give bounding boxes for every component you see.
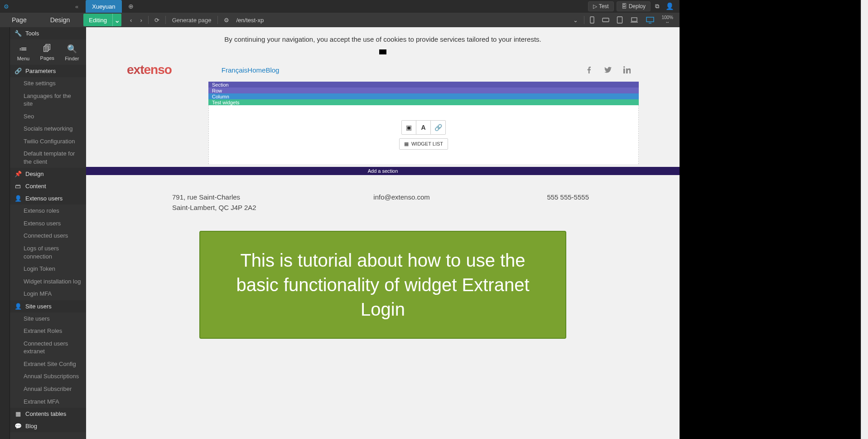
nav-forward-icon[interactable]: › <box>136 14 146 26</box>
sidebar-item[interactable]: Site users <box>10 312 86 325</box>
external-link-icon[interactable]: ⧉ <box>653 1 661 12</box>
refresh-icon[interactable]: ⟳ <box>150 14 164 26</box>
sidebar-item[interactable]: Logs of users connection <box>10 242 86 263</box>
structure-section[interactable]: Section <box>208 82 639 88</box>
zoom-level[interactable]: 100%↔ <box>659 15 676 24</box>
sidebar-item[interactable]: Extranet MFA <box>10 395 86 408</box>
device-laptop-icon[interactable] <box>627 15 641 25</box>
svg-rect-1 <box>603 18 609 22</box>
cookie-notice: By continuing your navigation, you accep… <box>86 27 680 47</box>
path-dropdown-icon[interactable]: ⌄ <box>569 14 582 26</box>
sidebar-section-design[interactable]: 📌Design <box>10 168 86 180</box>
facebook-icon[interactable] <box>585 66 593 73</box>
deploy-button[interactable]: 🗄 Deploy <box>617 1 651 11</box>
page-settings-icon[interactable]: ⚙ <box>220 14 233 26</box>
toolbar-tab-page[interactable]: Page <box>0 13 39 27</box>
tab-active[interactable]: Xueyuan <box>86 0 121 13</box>
toolbar-tab-design[interactable]: Design <box>39 13 82 27</box>
device-phone-icon[interactable] <box>586 15 598 25</box>
sidebar-item[interactable]: Login MFA <box>10 288 86 300</box>
sidebar-item[interactable]: Languages for the site <box>10 90 86 110</box>
sidebar-item[interactable]: Extenso roles <box>10 205 86 217</box>
sidebar-item[interactable]: Seo <box>10 110 86 123</box>
twitter-icon[interactable] <box>604 66 612 73</box>
device-tablet-icon[interactable] <box>613 15 626 25</box>
editing-mode-button[interactable]: Editing <box>83 14 112 26</box>
sidebar-item[interactable]: Widget installation log <box>10 275 86 288</box>
linkedin-icon[interactable] <box>623 66 631 73</box>
left-rail <box>0 27 10 439</box>
footer-phone: 555 555-5555 <box>547 192 589 213</box>
device-phone-landscape-icon[interactable] <box>599 15 612 24</box>
widget-list-button[interactable]: ▦ WIDGET LIST <box>399 138 448 150</box>
sidebar-section-tools[interactable]: 🔧Tools <box>10 27 86 39</box>
nav-link[interactable]: Home <box>247 66 265 74</box>
sidebar-item[interactable]: Twilio Configuration <box>10 135 86 148</box>
sidebar-section-site users[interactable]: 👤Site users <box>10 300 86 312</box>
sidebar-section-extenso users[interactable]: 👤Extenso users <box>10 192 86 205</box>
sidebar-item[interactable]: Extenso users <box>10 217 86 230</box>
nav-link[interactable]: Blog <box>265 66 279 74</box>
site-nav: FrançaisHomeBlog <box>222 66 280 74</box>
structure-widget[interactable]: Test widgets <box>208 99 639 105</box>
sidebar-item[interactable]: Default template for the client <box>10 147 86 168</box>
editing-mode-dropdown[interactable]: ⌄ <box>112 14 121 26</box>
tool-menu[interactable]: ≔Menu <box>17 44 30 61</box>
tool-pages[interactable]: 🗐Pages <box>40 44 54 61</box>
sidebar-section-parameters[interactable]: 🔗Parameters <box>10 65 86 77</box>
footer-address: 791, rue Saint-Charles Saint-Lambert, QC… <box>172 192 256 213</box>
svg-point-8 <box>623 66 625 68</box>
sidebar-item[interactable]: Socials networking <box>10 122 86 135</box>
sidebar-item[interactable]: Connected users <box>10 229 86 242</box>
url-path: /en/test-xp <box>236 17 264 24</box>
structure-row[interactable]: Row <box>208 88 639 93</box>
sidebar-section-content[interactable]: 🗃Content <box>10 180 86 192</box>
footer-email: info@extenso.com <box>373 192 429 213</box>
site-logo: extenso <box>127 63 172 77</box>
sidebar-section-contents tables[interactable]: ▦Contents tables <box>10 408 86 420</box>
sidebar-item[interactable]: Extranet Site Config <box>10 358 86 371</box>
insert-link-icon[interactable]: 🔗 <box>431 121 445 134</box>
insert-text-icon[interactable]: A <box>416 121 431 134</box>
test-button[interactable]: ▷ Test <box>588 1 614 11</box>
widget-drop-zone[interactable]: ▣ A 🔗 ▦ WIDGET LIST <box>208 105 639 164</box>
nav-link[interactable]: Français <box>222 66 248 74</box>
sidebar-item[interactable]: Annual Subscriptions <box>10 370 86 383</box>
tool-finder[interactable]: 🔍Finder <box>65 44 79 61</box>
hamburger-icon[interactable] <box>379 49 386 54</box>
generate-page-button[interactable]: Generate page <box>168 17 216 24</box>
svg-rect-7 <box>623 68 625 73</box>
sidebar-item[interactable]: Site settings <box>10 77 86 90</box>
add-section-button[interactable]: Add a section <box>86 167 680 175</box>
user-menu-icon[interactable]: 👤 <box>664 0 676 12</box>
svg-rect-0 <box>590 17 594 23</box>
tutorial-overlay: This is tutorial about how to use the ba… <box>199 231 566 339</box>
svg-rect-5 <box>646 17 654 22</box>
svg-rect-3 <box>632 18 637 21</box>
insert-image-icon[interactable]: ▣ <box>402 121 416 134</box>
svg-rect-2 <box>617 17 622 23</box>
sidebar-item[interactable]: Login Token <box>10 263 86 275</box>
nav-back-icon[interactable]: ‹ <box>126 14 136 26</box>
settings-icon[interactable]: ⚙ <box>4 3 9 10</box>
sidebar-item[interactable]: Extranet Roles <box>10 325 86 337</box>
add-tab-icon[interactable]: ⊕ <box>128 3 134 10</box>
sidebar-item[interactable]: Annual Subscriber <box>10 383 86 395</box>
sidebar-section-blog[interactable]: 💬Blog <box>10 420 86 432</box>
device-desktop-icon[interactable] <box>642 15 658 25</box>
structure-column[interactable]: Column <box>208 93 639 99</box>
sidebar-item[interactable]: Connected users extranet <box>10 337 86 358</box>
collapse-icon[interactable]: « <box>75 3 78 10</box>
